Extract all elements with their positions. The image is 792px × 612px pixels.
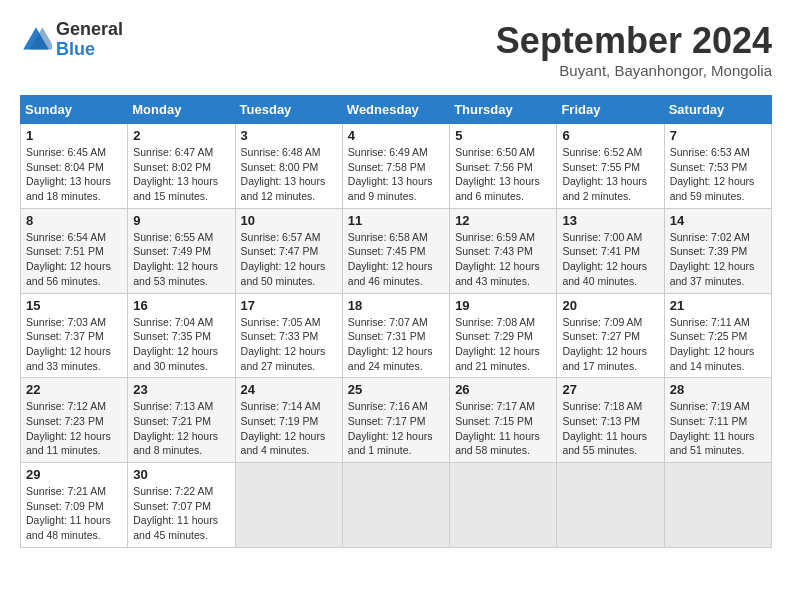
- day-5: 5 Sunrise: 6:50 AMSunset: 7:56 PMDayligh…: [450, 124, 557, 209]
- day-22: 22 Sunrise: 7:12 AMSunset: 7:23 PMDaylig…: [21, 378, 128, 463]
- empty-cell-3: [450, 463, 557, 548]
- logo-blue: Blue: [56, 40, 123, 60]
- location: Buyant, Bayanhongor, Mongolia: [496, 62, 772, 79]
- day-30: 30 Sunrise: 7:22 AMSunset: 7:07 PMDaylig…: [128, 463, 235, 548]
- week-row-4: 22 Sunrise: 7:12 AMSunset: 7:23 PMDaylig…: [21, 378, 772, 463]
- page-header: General Blue September 2024 Buyant, Baya…: [20, 20, 772, 79]
- day-10: 10 Sunrise: 6:57 AMSunset: 7:47 PMDaylig…: [235, 208, 342, 293]
- day-9: 9 Sunrise: 6:55 AMSunset: 7:49 PMDayligh…: [128, 208, 235, 293]
- week-row-2: 8 Sunrise: 6:54 AMSunset: 7:51 PMDayligh…: [21, 208, 772, 293]
- day-11: 11 Sunrise: 6:58 AMSunset: 7:45 PMDaylig…: [342, 208, 449, 293]
- day-16: 16 Sunrise: 7:04 AMSunset: 7:35 PMDaylig…: [128, 293, 235, 378]
- week-row-1: 1 Sunrise: 6:45 AMSunset: 8:04 PMDayligh…: [21, 124, 772, 209]
- month-title: September 2024: [496, 20, 772, 62]
- day-19: 19 Sunrise: 7:08 AMSunset: 7:29 PMDaylig…: [450, 293, 557, 378]
- day-24: 24 Sunrise: 7:14 AMSunset: 7:19 PMDaylig…: [235, 378, 342, 463]
- day-6: 6 Sunrise: 6:52 AMSunset: 7:55 PMDayligh…: [557, 124, 664, 209]
- empty-cell-2: [342, 463, 449, 548]
- day-15: 15 Sunrise: 7:03 AMSunset: 7:37 PMDaylig…: [21, 293, 128, 378]
- day-2: 2 Sunrise: 6:47 AMSunset: 8:02 PMDayligh…: [128, 124, 235, 209]
- day-8: 8 Sunrise: 6:54 AMSunset: 7:51 PMDayligh…: [21, 208, 128, 293]
- header-wednesday: Wednesday: [342, 96, 449, 124]
- day-29: 29 Sunrise: 7:21 AMSunset: 7:09 PMDaylig…: [21, 463, 128, 548]
- day-20: 20 Sunrise: 7:09 AMSunset: 7:27 PMDaylig…: [557, 293, 664, 378]
- header-saturday: Saturday: [664, 96, 771, 124]
- day-26: 26 Sunrise: 7:17 AMSunset: 7:15 PMDaylig…: [450, 378, 557, 463]
- day-13: 13 Sunrise: 7:00 AMSunset: 7:41 PMDaylig…: [557, 208, 664, 293]
- day-28: 28 Sunrise: 7:19 AMSunset: 7:11 PMDaylig…: [664, 378, 771, 463]
- weekday-header-row: Sunday Monday Tuesday Wednesday Thursday…: [21, 96, 772, 124]
- calendar-table: Sunday Monday Tuesday Wednesday Thursday…: [20, 95, 772, 548]
- day-14: 14 Sunrise: 7:02 AMSunset: 7:39 PMDaylig…: [664, 208, 771, 293]
- day-21: 21 Sunrise: 7:11 AMSunset: 7:25 PMDaylig…: [664, 293, 771, 378]
- day-4: 4 Sunrise: 6:49 AMSunset: 7:58 PMDayligh…: [342, 124, 449, 209]
- header-friday: Friday: [557, 96, 664, 124]
- header-sunday: Sunday: [21, 96, 128, 124]
- day-12: 12 Sunrise: 6:59 AMSunset: 7:43 PMDaylig…: [450, 208, 557, 293]
- week-row-5: 29 Sunrise: 7:21 AMSunset: 7:09 PMDaylig…: [21, 463, 772, 548]
- day-23: 23 Sunrise: 7:13 AMSunset: 7:21 PMDaylig…: [128, 378, 235, 463]
- logo: General Blue: [20, 20, 123, 60]
- header-tuesday: Tuesday: [235, 96, 342, 124]
- day-25: 25 Sunrise: 7:16 AMSunset: 7:17 PMDaylig…: [342, 378, 449, 463]
- day-1: 1 Sunrise: 6:45 AMSunset: 8:04 PMDayligh…: [21, 124, 128, 209]
- title-area: September 2024 Buyant, Bayanhongor, Mong…: [496, 20, 772, 79]
- header-monday: Monday: [128, 96, 235, 124]
- logo-text: General Blue: [56, 20, 123, 60]
- week-row-3: 15 Sunrise: 7:03 AMSunset: 7:37 PMDaylig…: [21, 293, 772, 378]
- logo-general: General: [56, 20, 123, 40]
- day-3: 3 Sunrise: 6:48 AMSunset: 8:00 PMDayligh…: [235, 124, 342, 209]
- empty-cell-4: [557, 463, 664, 548]
- empty-cell-1: [235, 463, 342, 548]
- logo-icon: [20, 24, 52, 56]
- day-7: 7 Sunrise: 6:53 AMSunset: 7:53 PMDayligh…: [664, 124, 771, 209]
- day-27: 27 Sunrise: 7:18 AMSunset: 7:13 PMDaylig…: [557, 378, 664, 463]
- empty-cell-5: [664, 463, 771, 548]
- day-18: 18 Sunrise: 7:07 AMSunset: 7:31 PMDaylig…: [342, 293, 449, 378]
- header-thursday: Thursday: [450, 96, 557, 124]
- day-17: 17 Sunrise: 7:05 AMSunset: 7:33 PMDaylig…: [235, 293, 342, 378]
